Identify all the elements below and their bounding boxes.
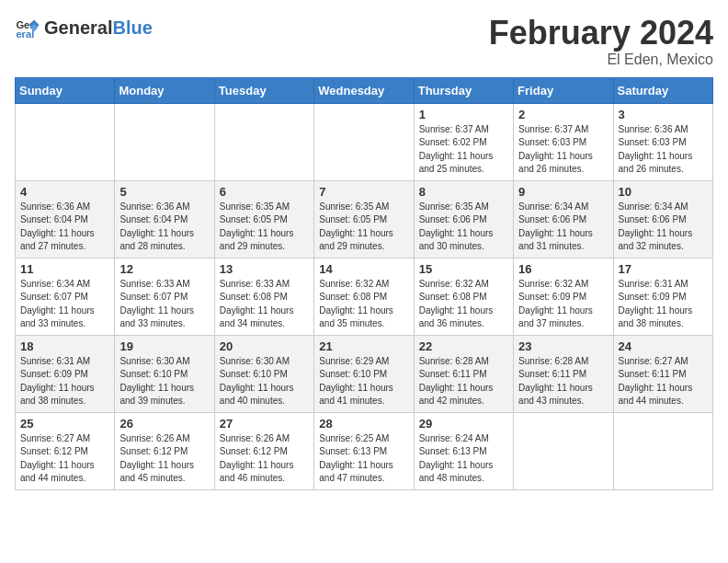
calendar-cell: 6Sunrise: 6:35 AMSunset: 6:05 PMDaylight… (214, 180, 313, 258)
day-info: Sunrise: 6:37 AMSunset: 6:03 PMDaylight:… (518, 123, 608, 177)
calendar-cell: 23Sunrise: 6:28 AMSunset: 6:11 PMDayligh… (514, 335, 613, 412)
day-info: Sunrise: 6:36 AMSunset: 6:04 PMDaylight:… (119, 201, 209, 254)
day-info: Sunrise: 6:35 AMSunset: 6:05 PMDaylight:… (319, 201, 408, 254)
day-info: Sunrise: 6:30 AMSunset: 6:10 PMDaylight:… (119, 355, 209, 408)
day-info: Sunrise: 6:33 AMSunset: 6:08 PMDaylight:… (220, 278, 309, 331)
calendar-cell: 25Sunrise: 6:27 AMSunset: 6:12 PMDayligh… (16, 412, 115, 489)
day-number: 17 (619, 262, 708, 276)
calendar-cell (514, 412, 613, 489)
week-row-1: 1Sunrise: 6:37 AMSunset: 6:02 PMDaylight… (16, 103, 713, 180)
calendar-cell: 21Sunrise: 6:29 AMSunset: 6:10 PMDayligh… (314, 335, 414, 412)
calendar-cell: 8Sunrise: 6:35 AMSunset: 6:06 PMDaylight… (414, 180, 513, 258)
calendar-cell: 2Sunrise: 6:37 AMSunset: 6:03 PMDaylight… (514, 103, 613, 180)
day-number: 10 (619, 185, 708, 199)
calendar-cell: 3Sunrise: 6:36 AMSunset: 6:03 PMDaylight… (613, 103, 712, 180)
header-wednesday: Wednesday (314, 77, 414, 103)
day-info: Sunrise: 6:32 AMSunset: 6:08 PMDaylight:… (319, 278, 408, 331)
day-info: Sunrise: 6:31 AMSunset: 6:09 PMDaylight:… (20, 355, 109, 408)
header-sunday: Sunday (16, 77, 115, 103)
calendar-cell (115, 103, 214, 180)
day-number: 28 (319, 417, 408, 431)
day-number: 16 (518, 262, 608, 276)
day-info: Sunrise: 6:32 AMSunset: 6:08 PMDaylight:… (419, 278, 508, 331)
day-info: Sunrise: 6:26 AMSunset: 6:12 PMDaylight:… (220, 432, 309, 486)
calendar-cell: 18Sunrise: 6:31 AMSunset: 6:09 PMDayligh… (16, 335, 115, 412)
calendar-cell: 26Sunrise: 6:26 AMSunset: 6:12 PMDayligh… (115, 412, 214, 489)
page-header: Gen eral GeneralBlue February 2024 El Ed… (15, 15, 713, 68)
day-number: 7 (319, 185, 408, 199)
calendar-cell (16, 103, 115, 180)
day-number: 27 (220, 417, 309, 431)
calendar-cell: 5Sunrise: 6:36 AMSunset: 6:04 PMDaylight… (115, 180, 214, 258)
week-row-5: 25Sunrise: 6:27 AMSunset: 6:12 PMDayligh… (16, 412, 713, 489)
calendar-cell (314, 103, 414, 180)
day-number: 3 (619, 108, 708, 121)
day-info: Sunrise: 6:29 AMSunset: 6:10 PMDaylight:… (319, 355, 408, 408)
day-info: Sunrise: 6:27 AMSunset: 6:11 PMDaylight:… (619, 355, 708, 408)
week-row-4: 18Sunrise: 6:31 AMSunset: 6:09 PMDayligh… (16, 335, 713, 412)
calendar-cell: 29Sunrise: 6:24 AMSunset: 6:13 PMDayligh… (414, 412, 513, 489)
calendar-cell: 7Sunrise: 6:35 AMSunset: 6:05 PMDaylight… (314, 180, 414, 258)
header-friday: Friday (514, 77, 613, 103)
calendar-cell: 1Sunrise: 6:37 AMSunset: 6:02 PMDaylight… (414, 103, 513, 180)
calendar-cell: 15Sunrise: 6:32 AMSunset: 6:08 PMDayligh… (414, 258, 513, 335)
day-info: Sunrise: 6:34 AMSunset: 6:06 PMDaylight:… (518, 201, 608, 254)
day-number: 15 (419, 262, 508, 276)
logo-blue-text: Blue (112, 17, 152, 39)
day-number: 1 (419, 108, 508, 121)
day-number: 12 (119, 262, 209, 276)
day-number: 5 (119, 185, 209, 199)
day-info: Sunrise: 6:24 AMSunset: 6:13 PMDaylight:… (419, 432, 508, 486)
calendar-cell: 19Sunrise: 6:30 AMSunset: 6:10 PMDayligh… (115, 335, 214, 412)
calendar-cell: 17Sunrise: 6:31 AMSunset: 6:09 PMDayligh… (613, 258, 712, 335)
calendar-cell: 28Sunrise: 6:25 AMSunset: 6:13 PMDayligh… (314, 412, 414, 489)
calendar-cell: 16Sunrise: 6:32 AMSunset: 6:09 PMDayligh… (514, 258, 613, 335)
day-number: 24 (619, 339, 708, 353)
header-saturday: Saturday (613, 77, 712, 103)
day-number: 11 (20, 262, 109, 276)
calendar-table: SundayMondayTuesdayWednesdayThursdayFrid… (15, 77, 713, 490)
calendar-cell: 10Sunrise: 6:34 AMSunset: 6:06 PMDayligh… (613, 180, 712, 258)
day-number: 25 (20, 417, 109, 431)
day-info: Sunrise: 6:36 AMSunset: 6:04 PMDaylight:… (20, 201, 109, 254)
day-info: Sunrise: 6:37 AMSunset: 6:02 PMDaylight:… (419, 123, 508, 177)
week-row-2: 4Sunrise: 6:36 AMSunset: 6:04 PMDaylight… (16, 180, 713, 258)
week-row-3: 11Sunrise: 6:34 AMSunset: 6:07 PMDayligh… (16, 258, 713, 335)
calendar-cell: 20Sunrise: 6:30 AMSunset: 6:10 PMDayligh… (214, 335, 313, 412)
day-number: 23 (518, 339, 608, 353)
calendar-cell: 22Sunrise: 6:28 AMSunset: 6:11 PMDayligh… (414, 335, 513, 412)
day-info: Sunrise: 6:31 AMSunset: 6:09 PMDaylight:… (619, 278, 708, 331)
day-info: Sunrise: 6:35 AMSunset: 6:06 PMDaylight:… (419, 201, 508, 254)
day-number: 8 (419, 185, 508, 199)
location-subtitle: El Eden, Mexico (489, 52, 713, 68)
day-number: 20 (220, 339, 309, 353)
logo: Gen eral GeneralBlue (15, 15, 153, 40)
calendar-cell: 4Sunrise: 6:36 AMSunset: 6:04 PMDaylight… (16, 180, 115, 258)
header-monday: Monday (115, 77, 214, 103)
day-number: 26 (119, 417, 209, 431)
day-number: 2 (518, 108, 608, 121)
header-thursday: Thursday (414, 77, 513, 103)
calendar-cell: 9Sunrise: 6:34 AMSunset: 6:06 PMDaylight… (514, 180, 613, 258)
calendar-cell: 24Sunrise: 6:27 AMSunset: 6:11 PMDayligh… (613, 335, 712, 412)
day-number: 29 (419, 417, 508, 431)
calendar-cell (214, 103, 313, 180)
day-number: 14 (319, 262, 408, 276)
day-number: 13 (220, 262, 309, 276)
calendar-cell: 13Sunrise: 6:33 AMSunset: 6:08 PMDayligh… (214, 258, 313, 335)
day-number: 18 (20, 339, 109, 353)
svg-text:eral: eral (16, 29, 34, 40)
day-info: Sunrise: 6:30 AMSunset: 6:10 PMDaylight:… (220, 355, 309, 408)
month-year-title: February 2024 (489, 15, 713, 52)
day-info: Sunrise: 6:26 AMSunset: 6:12 PMDaylight:… (119, 432, 209, 486)
day-number: 4 (20, 185, 109, 199)
calendar-cell: 11Sunrise: 6:34 AMSunset: 6:07 PMDayligh… (16, 258, 115, 335)
day-number: 9 (518, 185, 608, 199)
header-tuesday: Tuesday (214, 77, 313, 103)
day-info: Sunrise: 6:25 AMSunset: 6:13 PMDaylight:… (319, 432, 408, 486)
day-info: Sunrise: 6:32 AMSunset: 6:09 PMDaylight:… (518, 278, 608, 331)
logo-general-text: General (44, 17, 112, 39)
day-info: Sunrise: 6:34 AMSunset: 6:07 PMDaylight:… (20, 278, 109, 331)
day-info: Sunrise: 6:27 AMSunset: 6:12 PMDaylight:… (20, 432, 109, 486)
calendar-cell: 27Sunrise: 6:26 AMSunset: 6:12 PMDayligh… (214, 412, 313, 489)
